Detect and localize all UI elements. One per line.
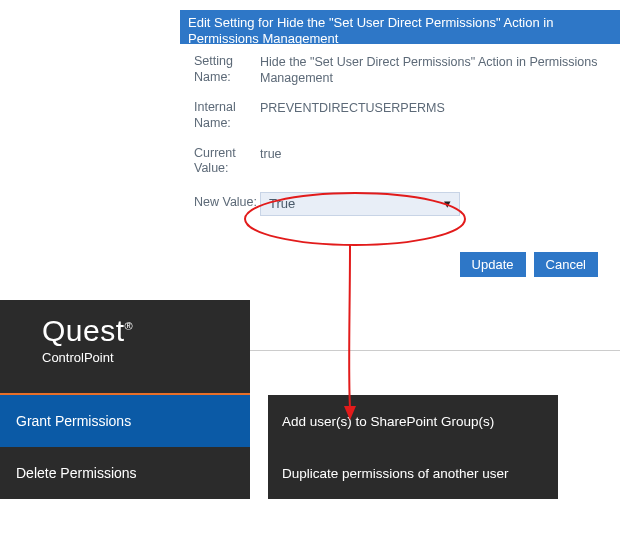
edit-setting-dialog: Edit Setting for Hide the "Set User Dire… — [180, 10, 620, 285]
row-new-value: New Value: True ▾ — [194, 191, 608, 216]
right-menu: Add user(s) to SharePoint Group(s) Dupli… — [268, 395, 558, 499]
menu-item-add-users[interactable]: Add user(s) to SharePoint Group(s) — [268, 395, 558, 447]
label-setting-name: Setting Name: — [194, 54, 260, 85]
brand-name: Quest — [42, 314, 125, 347]
dialog-title: Edit Setting for Hide the "Set User Dire… — [188, 15, 553, 44]
menu-item-grant-permissions[interactable]: Grant Permissions — [0, 395, 250, 447]
menu-item-label: Duplicate permissions of another user — [282, 466, 509, 481]
divider — [250, 350, 620, 351]
row-current-value: Current Value: true — [194, 146, 608, 177]
brand-logo: Quest® — [42, 314, 250, 348]
left-menu: Grant Permissions Delete Permissions — [0, 395, 250, 499]
value-new-value-wrap: True ▾ — [260, 191, 608, 216]
value-internal-name: PREVENTDIRECTUSERPERMS — [260, 100, 608, 117]
dialog-actions: Update Cancel — [194, 230, 608, 277]
brand-panel: Quest® ControlPoint — [0, 300, 250, 395]
row-setting-name: Setting Name: Hide the "Set User Direct … — [194, 54, 608, 86]
dialog-title-bar: Edit Setting for Hide the "Set User Dire… — [180, 10, 620, 44]
label-new-value: New Value: — [194, 191, 260, 211]
new-value-selected-text: True — [269, 196, 295, 212]
cancel-button[interactable]: Cancel — [534, 252, 598, 277]
label-current-value: Current Value: — [194, 146, 260, 177]
menu-item-label: Delete Permissions — [16, 465, 137, 481]
new-value-select[interactable]: True ▾ — [260, 192, 460, 216]
menu-item-duplicate-permissions[interactable]: Duplicate permissions of another user — [268, 447, 558, 499]
menu-item-label: Grant Permissions — [16, 413, 131, 429]
value-current-value: true — [260, 146, 608, 163]
menu-item-label: Add user(s) to SharePoint Group(s) — [282, 414, 494, 429]
registered-icon: ® — [125, 320, 134, 332]
menu-item-delete-permissions[interactable]: Delete Permissions — [0, 447, 250, 499]
chevron-down-icon: ▾ — [444, 196, 451, 212]
update-button[interactable]: Update — [460, 252, 526, 277]
dialog-body: Setting Name: Hide the "Set User Direct … — [180, 44, 620, 285]
brand-product: ControlPoint — [42, 350, 250, 365]
row-internal-name: Internal Name: PREVENTDIRECTUSERPERMS — [194, 100, 608, 131]
label-internal-name: Internal Name: — [194, 100, 260, 131]
value-setting-name: Hide the "Set User Direct Permissions" A… — [260, 54, 608, 86]
